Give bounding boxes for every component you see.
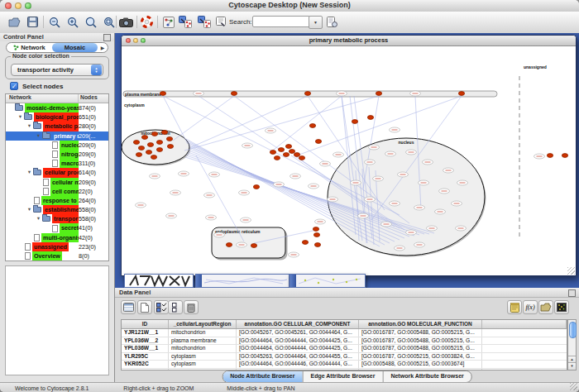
zoom-selected-button[interactable] [83,14,98,30]
column-header[interactable]: annotation.GO MOLECULAR_FUNCTION [359,320,482,328]
graph-node[interactable] [270,151,275,155]
expander-icon[interactable]: ▼ [35,131,42,141]
tab-overflow-button[interactable]: ▶ [98,45,108,50]
search-dropdown-button[interactable]: ▼ [309,16,323,29]
tab-mosaic[interactable]: Mosaic [52,43,98,52]
export-network-button[interactable] [196,14,212,30]
zoom-in-button[interactable] [65,14,80,30]
node-color-dropdown[interactable]: transporter activity ▲▼ [11,64,103,76]
attribute-table-button[interactable] [121,300,136,314]
graph-node[interactable] [313,227,318,232]
tab-network-attribute-browser[interactable]: Network Attribute Browser [383,371,471,382]
select-attributes-button[interactable] [154,300,169,314]
graph-node[interactable] [138,146,144,151]
minimized-window-thumbnail[interactable] [124,274,194,288]
tab-edge-attribute-browser[interactable]: Edge Attribute Browser [303,371,383,382]
open-session-button[interactable] [7,14,22,30]
graph-node[interactable] [160,92,165,96]
graph-node[interactable] [302,241,308,245]
scroll-down-button[interactable]: ▼ [568,362,576,370]
zoom-out-button[interactable] [46,14,62,30]
graph-node[interactable] [167,145,173,149]
expander-icon[interactable]: ▼ [26,168,33,177]
graph-node[interactable] [562,154,567,158]
tree-row[interactable]: ▼metabolic process280(0) [6,122,108,131]
graph-node[interactable] [253,185,259,189]
graph-node[interactable] [251,244,256,248]
tree-row[interactable]: Overview8(0) [6,251,108,261]
tree-row[interactable]: ▼establishment of lo558(0) [6,205,108,214]
graph-node[interactable] [314,243,320,247]
graph-node[interactable] [547,154,553,158]
graph-node[interactable] [156,148,162,152]
annotation-button[interactable] [213,14,228,30]
table-row[interactable]: YPL036W__2plasma membrane[GO:0044464, GO… [122,337,567,346]
tree-row[interactable]: ▼primary metabo209(... [6,131,108,141]
graph-node[interactable] [313,233,319,237]
graph-node[interactable] [226,243,232,247]
graph-node[interactable] [133,141,139,145]
select-nodes-checkbox[interactable]: ✓ [10,82,18,90]
unselect-attributes-button[interactable] [168,300,183,314]
graph-node[interactable] [367,116,373,120]
graph-node[interactable] [146,151,151,155]
minimized-window-thumbnail[interactable] [290,274,366,288]
graph-node[interactable] [315,140,321,144]
tree-column-network[interactable]: Network [6,94,79,103]
tree-row[interactable]: nucleobase-209(0) [6,141,108,150]
expander-icon[interactable]: ▼ [17,112,24,122]
tree-row[interactable]: response to stimulu264(0) [6,196,108,205]
graph-node[interactable] [151,155,156,160]
delete-attribute-button[interactable] [184,300,199,314]
graph-node[interactable] [352,120,357,124]
table-row[interactable]: YKR052Ccytoplasm[GO:0044464, GO:0044446,… [122,361,567,369]
graph-node[interactable] [166,137,172,141]
tab-network[interactable]: Network [7,43,52,52]
graph-node[interactable] [289,150,294,154]
column-header[interactable]: ID [122,320,169,328]
import-network-button[interactable] [177,14,193,30]
expander-icon[interactable]: ▼ [26,205,33,214]
graph-node[interactable] [294,153,299,157]
snapshot-button[interactable] [118,14,134,30]
tree-row[interactable]: mosaic-demo-yeast874(0) [6,103,108,112]
tree-row[interactable]: multi-organism pro42(0) [6,233,108,242]
table-scrollbar[interactable]: ▲ ▼ [567,319,577,370]
graph-node[interactable] [283,153,289,157]
tree-row[interactable]: nitrogen compo209(0) [6,150,108,159]
tab-node-attribute-browser[interactable]: Node Attribute Browser [223,371,303,382]
graph-node[interactable] [156,141,162,145]
scrollbar-thumb[interactable] [569,322,577,338]
tree-row[interactable]: cellular metabol209(0) [6,178,108,187]
table-row[interactable]: YJR121W__1mitochondrion[GO:0045267, GO:0… [122,329,567,337]
tree-row[interactable]: secretion41(0) [6,223,108,232]
tree-row[interactable]: ▼transport558(0) [6,214,108,223]
network-canvas[interactable]: plasma membranecytoplasmmitochondrionnuc… [122,46,574,275]
tree-row[interactable]: cell communicat22(0) [6,187,108,196]
help-button[interactable] [139,14,155,30]
expander-icon[interactable]: ▼ [35,214,42,223]
float-panel-icon[interactable] [103,34,111,41]
graph-node[interactable] [231,92,237,96]
graph-node[interactable] [304,92,310,96]
column-header[interactable] [482,320,567,328]
graph-node[interactable] [299,156,304,160]
save-session-button[interactable] [25,14,41,30]
graph-node[interactable] [458,92,464,96]
window-resize-grip[interactable] [570,383,577,390]
import-attributes-button[interactable] [538,300,553,314]
expander-icon[interactable]: ▼ [26,122,33,131]
network-image-button[interactable] [160,14,176,30]
graph-node[interactable] [136,153,141,157]
tree-row[interactable]: ▼biological_process651(0) [6,112,108,122]
tree-row[interactable]: unassigned223(0) [6,242,108,251]
table-row[interactable]: YPL036W__1mitochondrion[GO:0044464, GO:0… [122,345,567,353]
tree-column-nodes[interactable]: Nodes [79,94,108,103]
graph-node[interactable] [274,156,280,160]
search-config-button[interactable] [324,14,340,30]
tree-row[interactable]: macromolecule311(0) [6,159,108,168]
search-input[interactable] [252,16,310,27]
column-header[interactable]: _cellularLayoutRegion [169,320,237,328]
graph-node[interactable] [278,148,284,152]
graph-node[interactable] [376,92,381,96]
